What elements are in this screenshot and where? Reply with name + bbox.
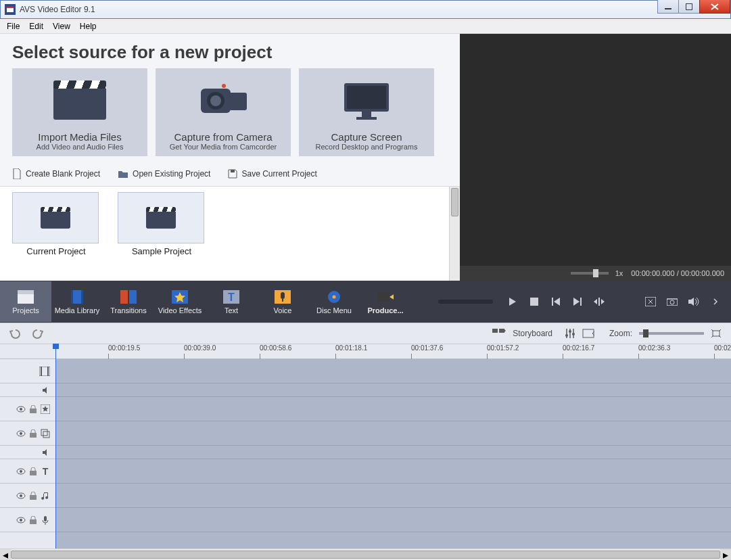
svg-rect-47 xyxy=(47,367,49,376)
zoom-slider[interactable] xyxy=(639,332,704,335)
svg-point-42 xyxy=(572,333,575,335)
storyboard-button[interactable]: Storyboard xyxy=(513,329,552,338)
titlebar: AVS Video Editor 9.1 xyxy=(0,0,731,19)
svg-rect-2 xyxy=(7,7,14,8)
playback-split-button[interactable] xyxy=(593,296,605,308)
svg-rect-27 xyxy=(282,299,283,302)
card-capture-screen[interactable]: Capture Screen Record Desktop and Progra… xyxy=(299,68,434,156)
save-current-project[interactable]: Save Current Project xyxy=(228,168,316,179)
film-icon xyxy=(69,289,85,305)
lock-icon[interactable] xyxy=(30,405,37,413)
lock-icon[interactable] xyxy=(30,516,37,524)
lock-icon[interactable] xyxy=(30,492,37,500)
prev-frame-button[interactable] xyxy=(550,296,562,308)
tab-produce[interactable]: Produce... xyxy=(360,281,411,322)
time-ruler[interactable]: 00:00:19.500:00:39.000:00:58.600:01:18.1… xyxy=(0,344,731,359)
svg-rect-30 xyxy=(377,292,390,302)
svg-rect-67 xyxy=(44,516,47,521)
svg-text:T: T xyxy=(228,291,235,303)
menu-help[interactable]: Help xyxy=(76,20,101,32)
lock-icon[interactable] xyxy=(30,429,37,438)
svg-rect-66 xyxy=(30,519,37,524)
open-existing-project[interactable]: Open Existing Project xyxy=(118,168,210,179)
timeline-scrollbar[interactable]: ◂ ▸ xyxy=(0,549,731,560)
ruler-tick: 00:02:55.8 xyxy=(714,344,731,352)
card-import-media[interactable]: Import Media Files Add Video and Audio F… xyxy=(12,68,147,156)
card-subtitle: Add Video and Audio Files xyxy=(37,143,124,151)
speed-slider[interactable] xyxy=(571,272,609,275)
next-frame-button[interactable] xyxy=(571,296,584,308)
maximize-button[interactable] xyxy=(678,0,700,14)
tab-projects[interactable]: Projects xyxy=(0,281,51,322)
eye-icon[interactable] xyxy=(16,468,26,475)
card-title: Import Media Files xyxy=(38,131,121,143)
menu-view[interactable]: View xyxy=(49,20,74,32)
volume-button[interactable] xyxy=(688,296,700,308)
svg-point-53 xyxy=(20,432,22,435)
ruler-tick: 00:02:16.7 xyxy=(563,344,594,352)
tab-video-effects[interactable]: Video Effects xyxy=(154,281,206,322)
redo-button[interactable] xyxy=(30,328,43,339)
camcorder-icon xyxy=(194,68,252,131)
star-icon xyxy=(41,404,50,414)
eye-icon[interactable] xyxy=(16,517,26,523)
svg-point-37 xyxy=(670,300,674,304)
lock-icon[interactable] xyxy=(30,467,37,475)
preview-settings-button[interactable] xyxy=(582,329,594,338)
eye-icon[interactable] xyxy=(16,492,26,499)
svg-rect-16 xyxy=(18,290,34,294)
eye-icon[interactable] xyxy=(16,406,26,413)
track-headers: T xyxy=(0,359,55,549)
ruler-tick: 00:01:57.2 xyxy=(487,344,519,352)
track-head-video xyxy=(0,359,55,383)
tabstrip: Projects Media Library Transitions Video… xyxy=(0,281,731,323)
svg-rect-59 xyxy=(30,471,37,475)
scroll-right-button[interactable]: ▸ xyxy=(720,549,731,560)
thumb-current-project[interactable]: Current Project xyxy=(12,192,100,256)
timecode: 00:00:00.000 / 00:00:00.000 xyxy=(631,269,724,277)
svg-rect-32 xyxy=(552,298,553,306)
speed-label: 1x xyxy=(615,269,623,277)
minimize-button[interactable] xyxy=(657,0,679,14)
speaker-icon xyxy=(42,386,50,394)
tab-disc-menu[interactable]: Disc Menu xyxy=(308,281,360,322)
snapshot-button[interactable] xyxy=(666,296,678,308)
microphone-icon xyxy=(41,515,50,525)
zoom-fit-button[interactable] xyxy=(711,329,722,338)
clapperboard-icon xyxy=(118,192,204,243)
track-area[interactable] xyxy=(55,359,731,549)
svg-point-58 xyxy=(20,470,22,473)
tab-transitions[interactable]: Transitions xyxy=(103,281,154,322)
close-button[interactable] xyxy=(699,0,730,14)
tab-voice[interactable]: Voice xyxy=(257,281,308,322)
tab-text[interactable]: T Text xyxy=(206,281,257,322)
mixer-button[interactable] xyxy=(565,328,575,339)
create-blank-project[interactable]: Create Blank Project xyxy=(12,168,100,179)
thumb-sample-project[interactable]: Sample Project xyxy=(118,192,206,256)
preview-panel: 1x 00:00:00.000 / 00:00:00.000 xyxy=(460,34,731,281)
tab-media-library[interactable]: Media Library xyxy=(51,281,103,322)
save-icon xyxy=(228,169,237,179)
speaker-icon xyxy=(42,448,50,457)
svg-rect-26 xyxy=(281,292,285,299)
playhead[interactable] xyxy=(55,344,56,560)
card-capture-camera[interactable]: Capture from Camera Get Your Media from … xyxy=(156,68,291,156)
clapperboard-icon xyxy=(12,192,99,243)
thumbnail-scrollbar[interactable] xyxy=(449,187,460,281)
source-panel: Select source for a new project Import M… xyxy=(0,34,460,281)
menu-file[interactable]: File xyxy=(3,20,24,32)
scroll-left-button[interactable]: ◂ xyxy=(0,549,11,560)
seek-bar[interactable] xyxy=(438,300,493,304)
undo-button[interactable] xyxy=(9,328,23,339)
volume-chevron-icon[interactable] xyxy=(709,296,722,308)
fullscreen-button[interactable] xyxy=(644,296,657,308)
svg-rect-54 xyxy=(30,433,37,438)
play-button[interactable] xyxy=(506,296,519,308)
music-icon xyxy=(41,491,50,500)
svg-point-29 xyxy=(333,296,336,299)
menu-edit[interactable]: Edit xyxy=(25,20,47,32)
svg-rect-21 xyxy=(129,290,137,304)
stop-button[interactable] xyxy=(528,296,540,308)
eye-icon[interactable] xyxy=(16,430,26,437)
folder-icon xyxy=(118,169,128,179)
